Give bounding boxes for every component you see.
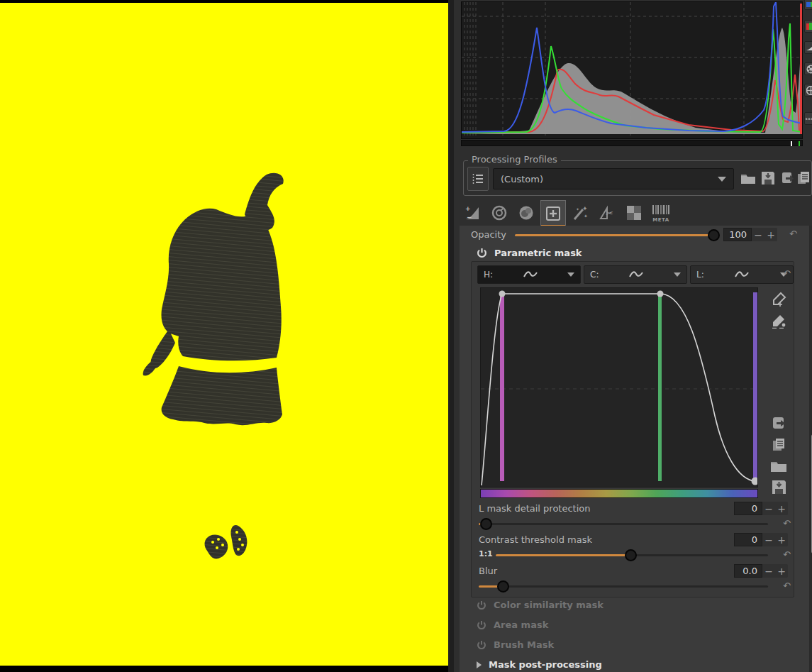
svg-text:✂: ✂ bbox=[606, 208, 613, 219]
contrast-threshold-value[interactable]: 0 bbox=[734, 533, 762, 546]
curve-load-button[interactable] bbox=[769, 456, 788, 475]
tab-exposure[interactable]: + − bbox=[460, 200, 485, 226]
indicator-tick-green bbox=[799, 141, 800, 146]
contrast-threshold-decrement[interactable]: − bbox=[762, 534, 775, 546]
parametric-mask-header[interactable]: Parametric mask bbox=[477, 246, 582, 260]
chevron-down-icon bbox=[567, 272, 574, 277]
svg-text:✦: ✦ bbox=[584, 214, 588, 219]
channels-reset-icon[interactable]: ↶ bbox=[783, 268, 791, 279]
contrast-threshold-reset-icon[interactable]: ↶ bbox=[783, 549, 791, 560]
l-mask-detail-reset-icon[interactable]: ↶ bbox=[783, 518, 791, 529]
blur-increment[interactable]: + bbox=[775, 566, 788, 577]
pencil-icon bbox=[771, 313, 786, 329]
blur-value[interactable]: 0.0 bbox=[734, 564, 762, 578]
l-mask-detail-increment[interactable]: + bbox=[775, 503, 788, 514]
copy-icon bbox=[796, 171, 811, 185]
curve-color-picker-button[interactable] bbox=[769, 290, 788, 309]
tab-advanced[interactable]: ✦ ✦ ✦ bbox=[567, 200, 593, 226]
brush-mask-section[interactable]: Brush Mask bbox=[477, 639, 554, 650]
profile-save-button[interactable] bbox=[759, 167, 777, 189]
contrast-threshold-slider[interactable]: 1:1 ↶ bbox=[479, 549, 789, 563]
copy-icon bbox=[771, 436, 786, 452]
tab-color[interactable] bbox=[513, 200, 539, 226]
barcode-icon bbox=[652, 205, 670, 214]
opacity-slider[interactable] bbox=[515, 228, 721, 243]
l-mask-detail-decrement[interactable]: − bbox=[762, 503, 775, 514]
parametric-mask-title: Parametric mask bbox=[494, 248, 582, 258]
tab-metadata[interactable]: META bbox=[648, 200, 674, 226]
panel-scrollbar[interactable] bbox=[809, 226, 812, 672]
curve-paste-button[interactable] bbox=[769, 414, 788, 432]
processing-profiles-title: Processing Profiles bbox=[468, 154, 561, 165]
l-mask-detail-value[interactable]: 0 bbox=[734, 502, 762, 515]
svg-text:+: + bbox=[465, 205, 471, 212]
tab-raw[interactable] bbox=[621, 200, 647, 226]
histogram-luminosity-icon[interactable] bbox=[804, 41, 812, 54]
opacity-slider-knob[interactable] bbox=[708, 229, 720, 241]
mask-overlay-canvas[interactable] bbox=[0, 3, 448, 666]
eyedropper-icon bbox=[771, 292, 786, 307]
blur-decrement[interactable]: − bbox=[762, 566, 775, 577]
luminance-channel-label: L: bbox=[696, 270, 704, 280]
right-panel: Processing Profiles (Custom) bbox=[448, 0, 812, 672]
power-toggle-icon[interactable] bbox=[477, 620, 486, 630]
tab-transform[interactable]: ✂ bbox=[594, 200, 620, 226]
histogram-display bbox=[461, 1, 803, 139]
opacity-increment-button[interactable]: + bbox=[764, 229, 777, 241]
curve-edit-button[interactable] bbox=[769, 312, 788, 330]
blur-reset-icon[interactable]: ↶ bbox=[783, 580, 791, 591]
parametric-mask-panel: H: C: L: bbox=[471, 261, 794, 597]
opacity-decrement-button[interactable]: − bbox=[752, 229, 764, 241]
local-editing-icon bbox=[545, 206, 561, 221]
tab-local-editing[interactable] bbox=[540, 200, 566, 226]
histogram-rgb-icon[interactable] bbox=[804, 0, 812, 10]
dress-subject bbox=[0, 3, 448, 666]
mask-post-processing-expander[interactable]: Mask post-processing bbox=[477, 659, 602, 670]
area-mask-section[interactable]: Area mask bbox=[477, 619, 548, 630]
power-toggle-icon[interactable] bbox=[477, 600, 486, 610]
power-toggle-icon[interactable] bbox=[477, 640, 486, 650]
profile-select-dropdown[interactable]: (Custom) bbox=[493, 168, 734, 189]
color-similarity-mask-label: Color similarity mask bbox=[494, 600, 604, 610]
brush-mask-label: Brush Mask bbox=[494, 639, 554, 650]
blur-knob[interactable] bbox=[497, 580, 509, 593]
histogram-raw-icon[interactable] bbox=[804, 62, 812, 75]
power-toggle-icon[interactable] bbox=[477, 248, 487, 258]
color-similarity-mask-section[interactable]: Color similarity mask bbox=[477, 600, 604, 610]
folder-icon bbox=[740, 172, 756, 184]
chroma-channel-dropdown[interactable]: C: bbox=[584, 265, 687, 284]
histogram-buttons bbox=[803, 0, 812, 149]
histogram-bar-toggle-icon[interactable] bbox=[804, 112, 812, 125]
profile-selected-value: (Custom) bbox=[501, 174, 543, 184]
profile-load-button[interactable] bbox=[739, 167, 757, 189]
hue-channel-dropdown[interactable]: H: bbox=[477, 265, 581, 284]
tab-detail[interactable] bbox=[486, 200, 512, 226]
blur-values: 0.0 − + bbox=[734, 564, 788, 578]
profile-copy-button[interactable] bbox=[794, 167, 812, 189]
opacity-value-group: 100 − + bbox=[723, 228, 777, 241]
area-mask-label: Area mask bbox=[494, 619, 548, 630]
chevron-down-icon bbox=[718, 177, 726, 182]
processing-profiles-box: Processing Profiles (Custom) bbox=[463, 160, 812, 196]
histogram-chroma-icon[interactable] bbox=[804, 84, 812, 97]
image-preview[interactable] bbox=[0, 0, 448, 672]
tool-scroll-area: Opacity 100 − + ↶ Parametric mask bbox=[460, 226, 809, 672]
hue-curve-editor[interactable] bbox=[480, 287, 758, 488]
opacity-value[interactable]: 100 bbox=[723, 228, 752, 241]
contrast-threshold-values: 0 − + bbox=[734, 533, 788, 546]
curve-save-button[interactable] bbox=[769, 478, 788, 496]
opacity-reset-icon[interactable]: ↶ bbox=[789, 228, 797, 239]
app-window: Processing Profiles (Custom) bbox=[0, 0, 812, 672]
contrast-threshold-increment[interactable]: + bbox=[775, 534, 788, 546]
luminance-channel-dropdown[interactable]: L: bbox=[690, 265, 794, 284]
profile-fill-mode-button[interactable] bbox=[467, 167, 489, 191]
blur-slider[interactable]: ↶ bbox=[479, 580, 789, 594]
l-mask-detail-slider[interactable]: ↶ bbox=[479, 517, 789, 531]
contrast-threshold-knob[interactable] bbox=[625, 549, 637, 561]
curve-copy-button[interactable] bbox=[769, 435, 788, 453]
opacity-label: Opacity bbox=[471, 229, 506, 240]
l-mask-detail-knob[interactable] bbox=[480, 518, 492, 530]
histogram-color-icon[interactable] bbox=[804, 20, 812, 33]
list-icon bbox=[472, 173, 484, 184]
indicator-tick-white bbox=[791, 141, 792, 146]
